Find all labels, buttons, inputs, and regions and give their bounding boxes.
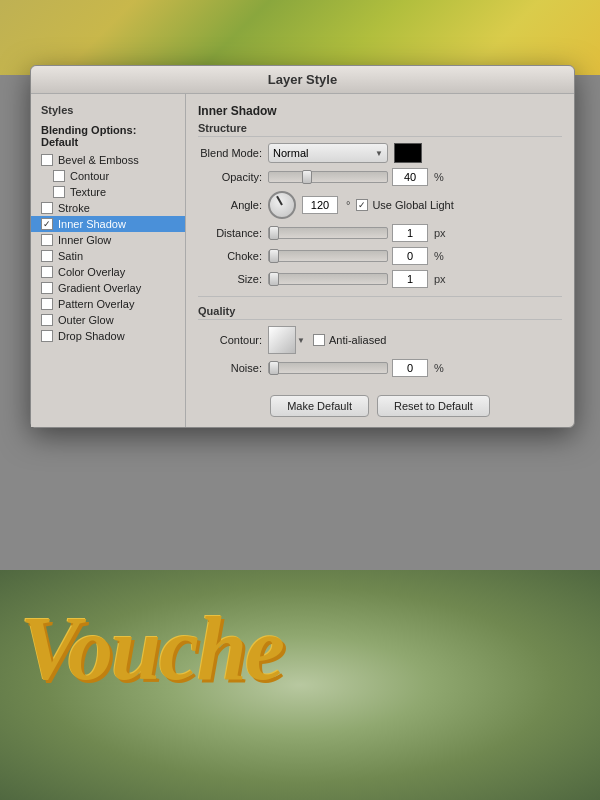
label-texture: Texture	[70, 186, 106, 198]
checkbox-texture[interactable]	[53, 186, 65, 198]
main-panel: Inner Shadow Structure Blend Mode: Norma…	[186, 94, 574, 427]
label-drop-shadow: Drop Shadow	[58, 330, 125, 342]
angle-row: Angle: 120 ° Use Global Light	[198, 191, 562, 219]
blend-mode-row: Blend Mode: Normal ▼	[198, 143, 562, 163]
background-top	[0, 0, 600, 75]
checkbox-pattern-overlay[interactable]	[41, 298, 53, 310]
sidebar-item-inner-glow[interactable]: Inner Glow	[31, 232, 185, 248]
make-default-button[interactable]: Make Default	[270, 395, 369, 417]
inner-shadow-title: Inner Shadow	[198, 104, 562, 118]
checkbox-stroke[interactable]	[41, 202, 53, 214]
contour-container: ▼ Anti-aliased	[268, 326, 386, 354]
quality-title: Quality	[198, 305, 562, 320]
label-inner-glow: Inner Glow	[58, 234, 111, 246]
sidebar-item-outer-glow[interactable]: Outer Glow	[31, 312, 185, 328]
angle-unit: °	[346, 199, 350, 211]
contour-preview[interactable]	[268, 326, 296, 354]
choke-slider[interactable]	[268, 250, 388, 262]
size-label: Size:	[198, 273, 268, 285]
angle-label: Angle:	[198, 199, 268, 211]
sidebar-item-pattern-overlay[interactable]: Pattern Overlay	[31, 296, 185, 312]
choke-label: Choke:	[198, 250, 268, 262]
checkbox-inner-shadow[interactable]: ✓	[41, 218, 53, 230]
checkbox-outer-glow[interactable]	[41, 314, 53, 326]
sidebar: Styles Blending Options: Default Bevel &…	[31, 94, 186, 427]
checkbox-color-overlay[interactable]	[41, 266, 53, 278]
noise-thumb[interactable]	[269, 361, 279, 375]
size-thumb[interactable]	[269, 272, 279, 286]
distance-input[interactable]: 1	[392, 224, 428, 242]
label-color-overlay: Color Overlay	[58, 266, 125, 278]
sidebar-item-drop-shadow[interactable]: Drop Shadow	[31, 328, 185, 344]
sidebar-item-color-overlay[interactable]: Color Overlay	[31, 264, 185, 280]
blend-mode-arrow: ▼	[375, 149, 383, 158]
checkbox-inner-glow[interactable]	[41, 234, 53, 246]
noise-slider-container: 0 %	[268, 359, 444, 377]
label-gradient-overlay: Gradient Overlay	[58, 282, 141, 294]
dial-needle	[276, 196, 283, 206]
label-bevel-emboss: Bevel & Emboss	[58, 154, 139, 166]
sidebar-item-gradient-overlay[interactable]: Gradient Overlay	[31, 280, 185, 296]
anti-aliased-label: Anti-aliased	[329, 334, 386, 346]
global-light-checkbox[interactable]	[356, 199, 368, 211]
sidebar-item-bevel-emboss[interactable]: Bevel & Emboss	[31, 152, 185, 168]
noise-input[interactable]: 0	[392, 359, 428, 377]
choke-slider-container: 0 %	[268, 247, 444, 265]
opacity-row: Opacity: 40 %	[198, 168, 562, 186]
blend-mode-label: Blend Mode:	[198, 147, 268, 159]
distance-label: Distance:	[198, 227, 268, 239]
color-swatch[interactable]	[394, 143, 422, 163]
dialog-titlebar: Layer Style	[31, 66, 574, 94]
section-divider	[198, 296, 562, 297]
reset-to-default-button[interactable]: Reset to Default	[377, 395, 490, 417]
checkbox-contour[interactable]	[53, 170, 65, 182]
noise-slider[interactable]	[268, 362, 388, 374]
blending-options-label[interactable]: Blending Options: Default	[31, 122, 185, 152]
layer-style-dialog: Layer Style Styles Blending Options: Def…	[30, 65, 575, 428]
checkbox-gradient-overlay[interactable]	[41, 282, 53, 294]
sidebar-item-texture[interactable]: Texture	[31, 184, 185, 200]
blend-mode-select[interactable]: Normal ▼	[268, 143, 388, 163]
opacity-slider[interactable]	[268, 171, 388, 183]
checkbox-drop-shadow[interactable]	[41, 330, 53, 342]
contour-label: Contour:	[198, 334, 268, 346]
sidebar-item-satin[interactable]: Satin	[31, 248, 185, 264]
angle-dial[interactable]	[268, 191, 296, 219]
size-slider[interactable]	[268, 273, 388, 285]
noise-label: Noise:	[198, 362, 268, 374]
opacity-unit: %	[434, 171, 444, 183]
contour-dropdown-arrow[interactable]: ▼	[297, 336, 305, 345]
label-pattern-overlay: Pattern Overlay	[58, 298, 134, 310]
sidebar-item-inner-shadow[interactable]: ✓ Inner Shadow	[31, 216, 185, 232]
size-input[interactable]: 1	[392, 270, 428, 288]
angle-input[interactable]: 120	[302, 196, 338, 214]
label-outer-glow: Outer Glow	[58, 314, 114, 326]
opacity-thumb[interactable]	[302, 170, 312, 184]
noise-unit: %	[434, 362, 444, 374]
label-stroke: Stroke	[58, 202, 90, 214]
sidebar-item-stroke[interactable]: Stroke	[31, 200, 185, 216]
dialog-title: Layer Style	[268, 72, 337, 87]
opacity-input[interactable]: 40	[392, 168, 428, 186]
global-light-container: Use Global Light	[356, 199, 453, 211]
size-row: Size: 1 px	[198, 270, 562, 288]
checkbox-satin[interactable]	[41, 250, 53, 262]
distance-row: Distance: 1 px	[198, 224, 562, 242]
distance-slider[interactable]	[268, 227, 388, 239]
checkbox-bevel-emboss[interactable]	[41, 154, 53, 166]
global-light-label: Use Global Light	[372, 199, 453, 211]
distance-slider-container: 1 px	[268, 224, 446, 242]
angle-container: 120 ° Use Global Light	[268, 191, 454, 219]
anti-aliased-checkbox[interactable]	[313, 334, 325, 346]
buttons-row: Make Default Reset to Default	[198, 387, 562, 417]
label-satin: Satin	[58, 250, 83, 262]
anti-aliased-container: Anti-aliased	[313, 334, 386, 346]
sidebar-item-contour[interactable]: Contour	[31, 168, 185, 184]
choke-input[interactable]: 0	[392, 247, 428, 265]
distance-unit: px	[434, 227, 446, 239]
choke-thumb[interactable]	[269, 249, 279, 263]
distance-thumb[interactable]	[269, 226, 279, 240]
blend-mode-value: Normal	[273, 147, 308, 159]
background-bottom: Vouche	[0, 570, 600, 800]
structure-title: Structure	[198, 122, 562, 137]
